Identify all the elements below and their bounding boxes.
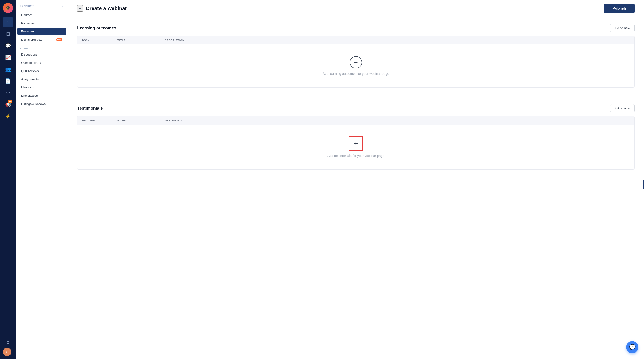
add-learning-outcome-button[interactable]: + Add new: [610, 24, 634, 32]
avatar[interactable]: U: [3, 348, 11, 356]
col-title: TITLE: [118, 39, 164, 42]
learning-outcomes-empty-state: + Add learning outcomes for your webinar…: [78, 44, 634, 87]
sidebar-item-discussions[interactable]: Discussions: [18, 50, 66, 58]
col-icon: ICON: [82, 39, 118, 42]
sidebar-item-courses[interactable]: Courses: [18, 11, 66, 19]
testimonials-header: Testimonials + Add new: [77, 104, 634, 112]
sidebar-collapse-btn[interactable]: «: [62, 4, 64, 8]
users-icon[interactable]: 👥: [3, 64, 13, 74]
header-left: ← Create a webinar: [77, 5, 127, 11]
add-testimonial-button[interactable]: + Add new: [610, 104, 634, 112]
courses-label: Courses: [21, 13, 32, 17]
sidebar-item-question-bank[interactable]: Question bank: [18, 59, 66, 66]
home-icon[interactable]: ⌂: [3, 17, 13, 27]
sidebar-item-quiz-reviews[interactable]: Quiz reviews: [18, 67, 66, 75]
sidebar-item-packages[interactable]: Packages: [18, 19, 66, 27]
learning-outcomes-title: Learning outcomes: [77, 26, 116, 30]
sidebar-item-ratings-reviews[interactable]: Ratings & reviews: [18, 100, 66, 108]
testimonials-title: Testimonials: [77, 106, 103, 111]
col-name: NAME: [118, 119, 164, 122]
announce-icon[interactable]: 📢 New: [3, 99, 13, 110]
chat-icon[interactable]: 💬: [3, 40, 13, 51]
testimonials-section: Testimonials + Add new PICTURE NAME TEST…: [77, 104, 634, 170]
edit-icon[interactable]: ✏: [3, 87, 13, 98]
sidebar: PRODUCTS « Courses Packages Webinars Dig…: [16, 0, 68, 359]
lightning-icon[interactable]: ⚡: [3, 111, 13, 121]
page-title: Create a webinar: [86, 5, 127, 11]
sidebar-item-live-classes[interactable]: Live classes: [18, 92, 66, 99]
col-picture: PICTURE: [82, 119, 118, 122]
live-tests-label: Live tests: [21, 86, 34, 89]
col-description: DESCRIPTION: [164, 39, 630, 42]
top-header: ← Create a webinar Publish: [68, 0, 644, 17]
icon-rail: 🎓 ⌂ ⊞ 💬 📈 👥 📄 ✏ 📢 New ⚡ ⚙ U: [0, 0, 16, 359]
sidebar-item-live-tests[interactable]: Live tests: [18, 83, 66, 91]
pages-icon[interactable]: 📄: [3, 76, 13, 86]
analytics-icon[interactable]: 📈: [3, 52, 13, 62]
app-logo[interactable]: 🎓: [3, 3, 13, 13]
main-area: ← Create a webinar Publish Learning outc…: [68, 0, 644, 359]
content-area: Learning outcomes + Add new ICON TITLE D…: [68, 17, 644, 359]
products-icon[interactable]: ⊞: [3, 29, 13, 39]
sidebar-item-digital-products[interactable]: Digital products New: [18, 36, 66, 43]
back-button[interactable]: ←: [77, 5, 83, 11]
testimonials-empty-text: Add testimonials for your webinar page: [328, 154, 384, 158]
col-testimonial: TESTIMONIAL: [164, 119, 630, 122]
testimonials-table: PICTURE NAME TESTIMONIAL + Add testimoni…: [77, 116, 634, 170]
publish-button[interactable]: Publish: [604, 3, 634, 13]
section-divider: [77, 97, 634, 97]
testimonials-empty-state: + Add testimonials for your webinar page: [78, 125, 634, 169]
discussions-label: Discussions: [21, 53, 38, 56]
live-classes-label: Live classes: [21, 94, 38, 97]
question-bank-label: Question bank: [21, 61, 41, 64]
packages-label: Packages: [21, 21, 34, 25]
add-testimonial-square-button[interactable]: +: [349, 136, 363, 151]
manage-section-label: MANAGE: [16, 44, 68, 50]
learning-outcomes-empty-text: Add learning outcomes for your webinar p…: [323, 72, 389, 75]
learning-outcomes-table-header: ICON TITLE DESCRIPTION: [78, 36, 634, 44]
add-testimonial-label: + Add new: [614, 106, 630, 110]
digital-products-label: Digital products: [21, 38, 42, 41]
learning-outcomes-section: Learning outcomes + Add new ICON TITLE D…: [77, 24, 634, 87]
ratings-reviews-label: Ratings & reviews: [21, 102, 46, 106]
chat-support-button[interactable]: 💬: [626, 341, 638, 353]
add-learning-outcome-label: + Add new: [614, 26, 630, 30]
testimonials-table-header: PICTURE NAME TESTIMONIAL: [78, 116, 634, 125]
add-learning-outcome-circle-button[interactable]: +: [350, 56, 362, 68]
sidebar-header: PRODUCTS «: [16, 0, 68, 11]
sidebar-products-label: PRODUCTS: [20, 5, 34, 7]
sidebar-item-webinars[interactable]: Webinars: [18, 27, 66, 35]
scroll-indicator: [642, 179, 644, 189]
sidebar-item-assignments[interactable]: Assignments: [18, 75, 66, 83]
learning-outcomes-header: Learning outcomes + Add new: [77, 24, 634, 32]
settings-icon[interactable]: ⚙: [3, 337, 13, 348]
assignments-label: Assignments: [21, 77, 38, 81]
quiz-reviews-label: Quiz reviews: [21, 69, 38, 73]
digital-products-new-badge: New: [56, 38, 62, 41]
webinars-label: Webinars: [21, 30, 35, 33]
learning-outcomes-table: ICON TITLE DESCRIPTION + Add learning ou…: [77, 36, 634, 87]
announce-new-badge: New: [8, 100, 12, 103]
